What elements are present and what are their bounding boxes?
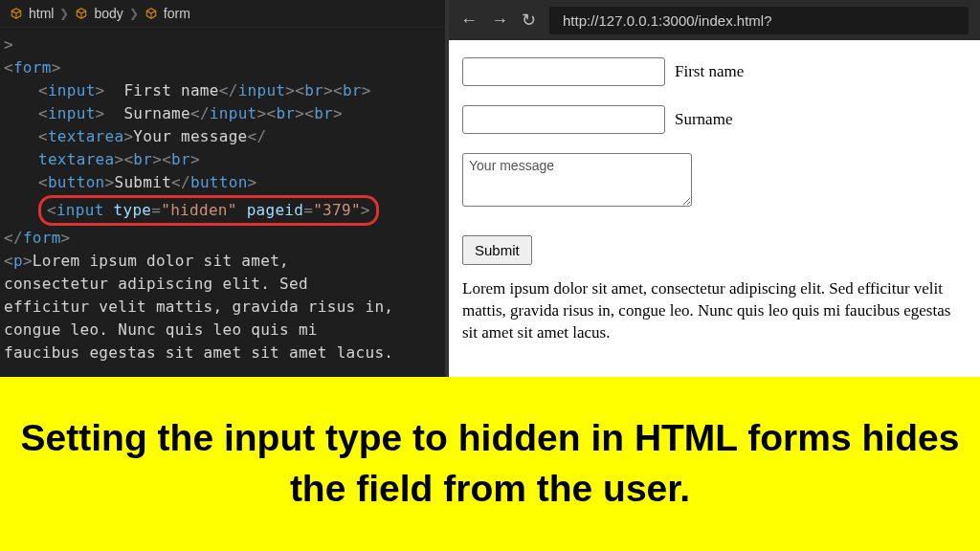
firstname-label: First name <box>675 62 744 81</box>
browser-panel: ← → ↻ http://127.0.0.1:3000/index.html? … <box>445 0 980 377</box>
surname-field[interactable] <box>462 105 665 134</box>
code-editor-panel: html ❯ body ❯ form ><form><input> First … <box>0 0 445 377</box>
surname-label: Surname <box>675 110 732 129</box>
browser-toolbar: ← → ↻ http://127.0.0.1:3000/index.html? <box>449 0 980 40</box>
breadcrumb-item[interactable]: body <box>94 6 122 21</box>
message-field[interactable]: Your message <box>462 153 692 207</box>
code-content[interactable]: ><form><input> First name</input><br><br… <box>0 28 445 370</box>
caption-banner: Setting the input type to hidden in HTML… <box>0 377 980 551</box>
highlighted-code-line: <input type="hidden" pageid="379"> <box>38 195 379 226</box>
submit-button[interactable]: Submit <box>462 235 532 265</box>
html-cube-icon <box>10 7 23 20</box>
breadcrumb-item[interactable]: html <box>29 6 54 21</box>
rendered-page: First name Surname Your message Submit L… <box>449 40 980 362</box>
firstname-field[interactable] <box>462 57 665 86</box>
url-input[interactable]: http://127.0.0.1:3000/index.html? <box>549 7 969 34</box>
reload-button[interactable]: ↻ <box>522 10 536 31</box>
back-button[interactable]: ← <box>460 11 478 31</box>
code-token: > <box>4 35 13 54</box>
form-row-message: Your message <box>462 153 967 207</box>
breadcrumb-item[interactable]: form <box>164 6 190 21</box>
form-cube-icon <box>145 7 158 20</box>
form-row-firstname: First name <box>462 57 967 86</box>
form-row-surname: Surname <box>462 105 967 134</box>
lorem-paragraph: Lorem ipsum dolor sit amet, consectetur … <box>462 278 967 344</box>
body-cube-icon <box>75 7 88 20</box>
chevron-right-icon: ❯ <box>129 7 139 20</box>
breadcrumb: html ❯ body ❯ form <box>0 0 445 28</box>
chevron-right-icon: ❯ <box>59 7 69 20</box>
forward-button[interactable]: → <box>491 11 508 31</box>
caption-text: Setting the input type to hidden in HTML… <box>19 413 961 514</box>
